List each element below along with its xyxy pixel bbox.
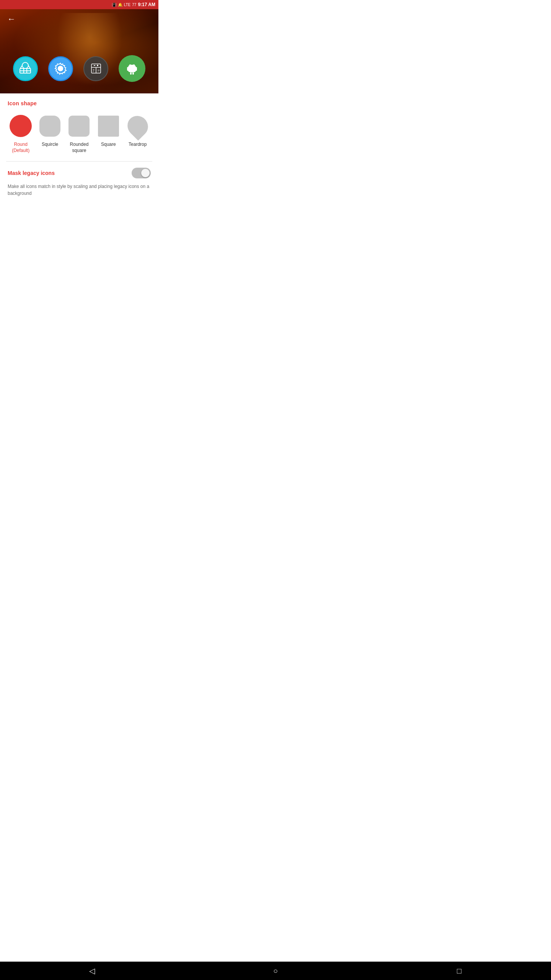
toggle-thumb — [141, 169, 150, 177]
svg-text:×: × — [93, 70, 94, 73]
vibrate-icon: 📳 — [112, 3, 116, 7]
alarm-icon: 🔔 — [118, 3, 122, 7]
svg-point-0 — [22, 62, 28, 69]
shape-preview-teardrop — [126, 114, 150, 138]
status-bar: 📳 🔔 LTE 77 9:17 AM — [0, 0, 158, 9]
back-button[interactable]: ← — [5, 12, 18, 26]
shape-item-teardrop[interactable]: Teardrop — [126, 114, 150, 148]
status-icons: 📳 🔔 LTE 77 9:17 AM — [112, 2, 155, 7]
shape-selector: Round (Default) Squircle Rounded square — [0, 111, 158, 161]
shape-preview-rounded-square — [67, 114, 91, 138]
svg-rect-21 — [127, 67, 129, 71]
main-content: Icon shape Round (Default) Squircle — [0, 93, 158, 204]
hero-section: ← — [0, 9, 158, 93]
toggle-track — [132, 168, 151, 178]
settings-svg — [54, 62, 67, 75]
shape-item-squircle[interactable]: Squircle — [38, 114, 62, 148]
calculator-app-icon[interactable]: + = × − — [83, 56, 108, 81]
svg-text:−: − — [98, 70, 99, 73]
shape-preview-square — [96, 114, 120, 138]
calculator-svg: + = × − — [89, 62, 103, 75]
shape-label-rounded-square: Rounded square — [70, 142, 89, 154]
navigation-bar: ◁ ○ □ — [0, 962, 158, 980]
shape-preview-squircle — [38, 114, 62, 138]
android-grid-svg — [18, 62, 32, 75]
battery-icon: 77 — [132, 3, 136, 7]
mask-legacy-toggle[interactable] — [132, 168, 151, 178]
shape-label-teardrop: Teardrop — [129, 142, 147, 148]
square-shape — [98, 116, 119, 137]
shape-label-square: Square — [101, 142, 116, 148]
nav-back-icon: ◁ — [89, 966, 95, 975]
shape-item-rounded-square[interactable]: Rounded square — [67, 114, 91, 154]
signal-icon: LTE — [124, 3, 131, 7]
time-display: 9:17 AM — [138, 2, 155, 7]
shape-label-round: Round (Default) — [12, 142, 29, 154]
android-green-app-icon[interactable] — [119, 55, 145, 82]
android-grid-app-icon[interactable] — [13, 56, 38, 81]
settings-app-icon[interactable] — [48, 56, 73, 81]
squircle-shape — [39, 116, 60, 137]
icon-shape-title: Icon shape — [0, 93, 158, 111]
shape-preview-round — [9, 114, 33, 138]
svg-line-1 — [20, 65, 22, 69]
mask-legacy-description: Make all icons match in style by scaling… — [0, 181, 158, 204]
svg-rect-23 — [130, 72, 132, 75]
shape-item-round[interactable]: Round (Default) — [9, 114, 33, 154]
svg-rect-24 — [132, 72, 134, 75]
back-arrow-icon: ← — [7, 15, 16, 23]
android-green-svg — [125, 62, 139, 75]
circle-shape — [10, 115, 32, 137]
svg-rect-22 — [135, 67, 137, 71]
mask-legacy-section: Mask legacy icons Make all icons match i… — [0, 162, 158, 204]
shape-label-squircle: Squircle — [42, 142, 58, 148]
nav-back-button[interactable]: ◁ — [80, 962, 103, 980]
shape-item-square[interactable]: Square — [96, 114, 120, 148]
teardrop-shape — [123, 111, 152, 140]
hero-icons-row: + = × − — [0, 55, 158, 82]
mask-legacy-row: Mask legacy icons — [0, 162, 158, 181]
mask-legacy-title: Mask legacy icons — [8, 170, 55, 176]
rounded-square-shape — [68, 116, 90, 137]
icon-shape-section: Icon shape Round (Default) Squircle — [0, 93, 158, 161]
svg-line-2 — [28, 65, 30, 69]
